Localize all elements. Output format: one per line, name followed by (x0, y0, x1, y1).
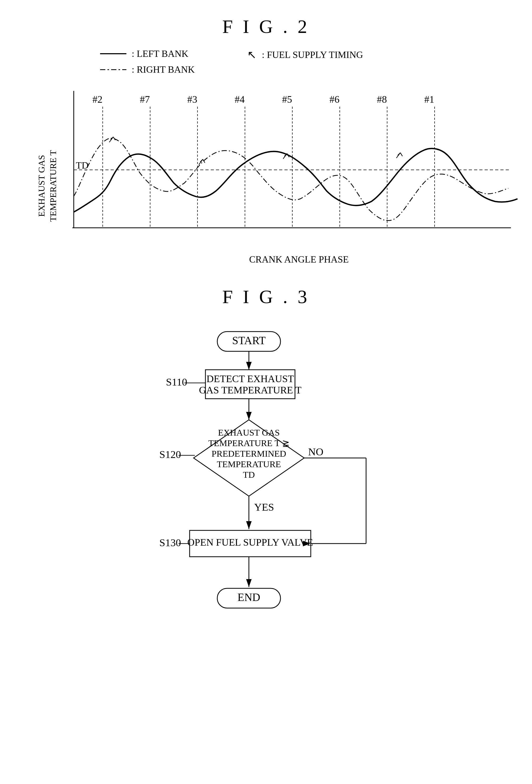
svg-text:DETECT EXHAUST: DETECT EXHAUST (206, 373, 294, 384)
fig3-section: F I G . 3 START S110 (21, 286, 511, 661)
fuel-arrow-icon: ↗ (247, 48, 256, 61)
svg-text:TD: TD (76, 160, 88, 171)
legend-left-bank: : LEFT BANK (100, 48, 195, 59)
no-label: NO (308, 446, 324, 458)
legend-container: : LEFT BANK : RIGHT BANK ↗ : FUEL SUPPLY… (100, 48, 511, 75)
svg-text:PREDETERMINED: PREDETERMINED (212, 449, 286, 458)
fig3-title: F I G . 3 (21, 286, 511, 308)
x-axis-label: CRANK ANGLE PHASE (79, 254, 519, 265)
start-label: START (232, 334, 265, 346)
fig2-title: F I G . 2 (21, 16, 511, 38)
s130-label: S130 (159, 537, 181, 549)
s120-label: S120 (159, 448, 181, 460)
flowchart-wrapper: START S110 DETECT EXHAUST GAS TEMPERATUR… (21, 324, 511, 661)
solid-line-icon (100, 53, 127, 54)
svg-text:#2: #2 (92, 94, 103, 105)
flowchart-svg: START S110 DETECT EXHAUST GAS TEMPERATUR… (108, 324, 424, 661)
page-container: F I G . 2 : LEFT BANK : RIGHT BANK ↗ : F… (0, 0, 532, 784)
svg-text:#1: #1 (424, 94, 434, 105)
svg-text:#4: #4 (235, 94, 245, 105)
svg-text:EXHAUST GAS: EXHAUST GAS (218, 428, 280, 438)
right-bank-label: : RIGHT BANK (132, 64, 195, 75)
svg-text:GAS TEMPERATURE T: GAS TEMPERATURE T (199, 385, 301, 396)
svg-text:#5: #5 (282, 94, 292, 105)
legend-fuel-supply: ↗ : FUEL SUPPLY TIMING (247, 48, 363, 61)
chart-wrapper: EXHAUST GASTEMPERATURE T (37, 86, 511, 265)
svg-text:#7: #7 (140, 94, 150, 105)
legend-left: : LEFT BANK : RIGHT BANK (100, 48, 195, 75)
svg-text:#6: #6 (330, 94, 339, 105)
legend-right-bank: : RIGHT BANK (100, 64, 195, 75)
fuel-supply-label: : FUEL SUPPLY TIMING (262, 49, 363, 60)
end-label: END (237, 591, 260, 603)
yes-label: YES (254, 501, 274, 513)
svg-line-22 (113, 137, 115, 140)
svg-text:TEMPERATURE T ≧: TEMPERATURE T ≧ (208, 438, 289, 448)
chart-area: #2 #7 #3 #4 #5 #6 #8 #1 TD (58, 86, 519, 265)
svg-text:TEMPERATURE: TEMPERATURE (217, 459, 281, 469)
svg-text:#3: #3 (187, 94, 197, 105)
dashdot-line-icon (100, 69, 127, 70)
svg-line-31 (400, 153, 402, 156)
chart-svg: #2 #7 #3 #4 #5 #6 #8 #1 TD (58, 86, 519, 250)
svg-text:TD: TD (243, 470, 255, 480)
svg-text:OPEN FUEL SUPPLY VALVE: OPEN FUEL SUPPLY VALVE (187, 537, 313, 548)
y-axis-label: EXHAUST GASTEMPERATURE T (37, 86, 58, 265)
s110-label: S110 (166, 376, 187, 388)
svg-text:#8: #8 (377, 94, 387, 105)
left-bank-label: : LEFT BANK (132, 48, 188, 59)
